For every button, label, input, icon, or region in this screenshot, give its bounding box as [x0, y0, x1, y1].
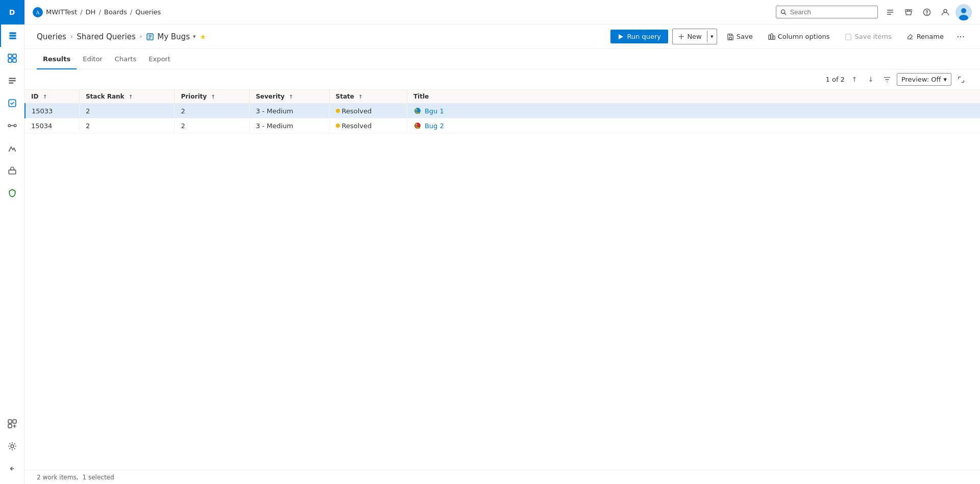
rename-label: Rename [917, 33, 944, 40]
topbar-icons [882, 4, 972, 20]
sidebar-item-pipelines[interactable] [0, 114, 24, 137]
search-input[interactable] [790, 8, 873, 16]
svg-rect-5 [8, 59, 12, 62]
svg-point-14 [11, 445, 14, 448]
search-box[interactable] [776, 6, 878, 18]
checklist-icon[interactable] [882, 4, 898, 20]
col-id-label: ID [31, 93, 38, 100]
work-items-count: 2 work items, [37, 474, 78, 481]
svg-text:🐛: 🐛 [414, 108, 421, 114]
breadcrumb-sep-3: / [130, 8, 132, 16]
query-dropdown-chevron[interactable]: ▾ [193, 33, 196, 40]
sidebar-item-summary[interactable] [0, 25, 24, 47]
save-button[interactable]: Save [721, 30, 758, 43]
avatar[interactable] [955, 4, 972, 20]
state-dot-1 [336, 124, 340, 128]
cell-priority-1: 2 [175, 118, 250, 133]
save-items-icon [845, 33, 852, 40]
basket-icon[interactable] [900, 4, 917, 20]
col-priority[interactable]: Priority ↑ [175, 90, 250, 104]
col-id[interactable]: ID ↑ [25, 90, 79, 104]
sidebar-item-workitems[interactable] [0, 92, 24, 114]
table-row[interactable]: 15033 2 2 3 - Medium Resolved 🐛 Bgu 1 [25, 104, 980, 118]
sidebar-item-testplans[interactable] [0, 137, 24, 159]
rename-icon [907, 33, 914, 40]
table-row[interactable]: 15034 2 2 3 - Medium Resolved 🐛 Bug 2 [25, 118, 980, 133]
save-label: Save [737, 33, 753, 40]
save-items-button[interactable]: Save items [839, 30, 897, 43]
pagination-up-button[interactable]: ↑ [848, 73, 861, 86]
query-list-icon [146, 33, 154, 41]
col-severity[interactable]: Severity ↑ [250, 90, 329, 104]
breadcrumb-project[interactable]: MWITTest [46, 8, 77, 16]
bug-link-0[interactable]: 🐛 Bgu 1 [413, 107, 974, 115]
expand-button[interactable] [954, 73, 968, 86]
svg-rect-6 [13, 59, 16, 62]
pagination-down-button[interactable]: ↓ [864, 73, 877, 86]
tab-results[interactable]: Results [37, 49, 77, 69]
pagination-text: 1 of 2 [826, 76, 845, 83]
svg-rect-10 [9, 170, 16, 174]
new-button-group: + New ▾ [672, 29, 717, 44]
rename-button[interactable]: Rename [901, 30, 949, 43]
col-stack-rank-sort: ↑ [129, 94, 133, 100]
new-button-main[interactable]: + New [673, 29, 707, 44]
tabs-bar: Results Editor Charts Export [24, 49, 980, 69]
collapse-icon[interactable] [0, 457, 24, 480]
cell-title-0[interactable]: 🐛 Bgu 1 [407, 104, 980, 118]
results-table: ID ↑ Stack Rank ↑ Priority ↑ Severity ↑ [24, 90, 980, 133]
save-icon [727, 33, 734, 40]
sidebar-item-security[interactable] [0, 182, 24, 204]
state-text-1: Resolved [342, 122, 372, 130]
column-options-button[interactable]: Column options [763, 30, 836, 43]
col-severity-label: Severity [256, 93, 284, 100]
col-priority-sort: ↑ [211, 94, 215, 100]
cell-stack-rank-1: 2 [79, 118, 175, 133]
run-query-button[interactable]: Run query [610, 30, 668, 43]
col-title[interactable]: Title [407, 90, 980, 104]
breadcrumb-boards[interactable]: Boards [104, 8, 127, 16]
svg-rect-26 [769, 35, 771, 39]
breadcrumb-dh[interactable]: DH [86, 8, 96, 16]
more-options-button[interactable]: ⋯ [953, 30, 968, 44]
sidebar-logo[interactable]: D [0, 0, 24, 25]
svg-text:A: A [36, 10, 40, 15]
col-state[interactable]: State ↑ [329, 90, 407, 104]
account-icon[interactable] [937, 4, 953, 20]
status-bar: 2 work items, 1 selected [24, 470, 980, 484]
tab-export[interactable]: Export [142, 49, 177, 69]
content-header: Queries › Shared Queries › My Bugs ▾ ★ R… [24, 25, 980, 49]
svg-point-17 [781, 10, 785, 13]
tab-editor[interactable]: Editor [77, 49, 108, 69]
pagination-bar: 1 of 2 ↑ ↓ Preview: Off ▾ [24, 69, 980, 90]
cell-state-0: Resolved [329, 104, 407, 118]
favorite-star-icon[interactable]: ★ [200, 33, 207, 41]
col-severity-sort: ↑ [289, 94, 293, 100]
breadcrumb-sep-2: / [99, 8, 101, 16]
preview-label: Preview: Off [901, 76, 941, 83]
cell-title-1[interactable]: 🐛 Bug 2 [407, 118, 980, 133]
main-content: A MWITTest / DH / Boards / Queries [24, 0, 980, 484]
new-button-dropdown[interactable]: ▾ [707, 31, 717, 42]
sidebar-item-extensions[interactable] [0, 413, 24, 435]
cell-priority-0: 2 [175, 104, 250, 118]
svg-marker-25 [619, 34, 623, 39]
col-stack-rank[interactable]: Stack Rank ↑ [79, 90, 175, 104]
settings-icon[interactable] [0, 435, 24, 457]
svg-point-8 [8, 125, 11, 127]
help-icon[interactable] [919, 4, 935, 20]
preview-toggle[interactable]: Preview: Off ▾ [897, 73, 951, 86]
svg-rect-11 [8, 420, 12, 423]
sidebar-item-worklist[interactable] [0, 69, 24, 92]
state-dot-0 [336, 109, 340, 113]
col-state-sort: ↑ [358, 94, 362, 100]
bug-link-1[interactable]: 🐛 Bug 2 [413, 122, 974, 130]
cell-stack-rank-0: 2 [79, 104, 175, 118]
column-options-icon [768, 33, 775, 40]
sidebar-item-boards[interactable] [0, 47, 24, 69]
breadcrumb-sep-1: / [80, 8, 82, 16]
sidebar-item-artifacts[interactable] [0, 159, 24, 182]
cell-id-1: 15034 [25, 118, 79, 133]
filter-icon[interactable] [880, 73, 894, 86]
tab-charts[interactable]: Charts [109, 49, 143, 69]
